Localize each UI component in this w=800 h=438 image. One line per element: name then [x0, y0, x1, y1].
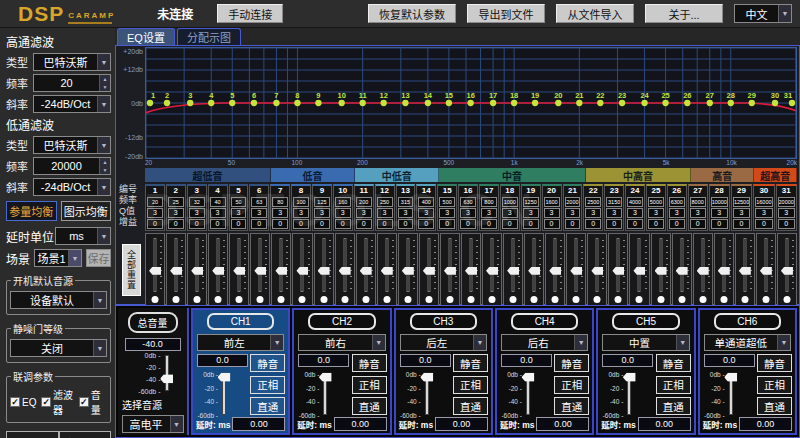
band-frequency-cell[interactable]: 3150 — [606, 197, 622, 207]
eq-band-point[interactable] — [402, 100, 408, 106]
eq-band-point[interactable] — [229, 100, 235, 106]
delay-input[interactable]: 0.00 — [638, 417, 691, 431]
delay-unit-select[interactable]: ms ▼ — [55, 227, 111, 245]
band-enable-button[interactable] — [362, 296, 369, 303]
band-frequency-cell[interactable]: 10000 — [711, 197, 728, 207]
slider-handle[interactable] — [781, 267, 793, 275]
band-gain-cell[interactable]: 0 — [778, 219, 795, 229]
band-enable-button[interactable] — [236, 296, 243, 303]
band-gain-cell[interactable]: 0 — [335, 219, 351, 229]
hpf-freq-spinner[interactable]: 20 ▲▼ — [33, 74, 111, 92]
slider-handle[interactable] — [612, 267, 624, 275]
slider-handle[interactable] — [549, 267, 561, 275]
band-q-cell[interactable]: 3 — [168, 208, 184, 218]
channel-source-select[interactable]: 单通道超低 ▼ — [704, 334, 791, 351]
band-enable-button[interactable] — [215, 296, 222, 303]
delay-input[interactable]: 0.00 — [739, 417, 792, 431]
band-enable-button[interactable] — [594, 296, 601, 303]
mute-button[interactable]: 静音 — [656, 354, 691, 372]
eq-band-point[interactable] — [532, 100, 538, 106]
channel-source-select[interactable]: 后左 ▼ — [400, 334, 487, 351]
band-frequency-cell[interactable]: 1600 — [544, 197, 560, 207]
band-gain-cell[interactable]: 0 — [377, 219, 393, 229]
band-q-cell[interactable]: 3 — [147, 208, 163, 218]
eq-graph[interactable]: 1234567891011121314151617181920212223242… — [145, 47, 797, 159]
band-frequency-cell[interactable]: 25 — [168, 197, 184, 207]
tab-eq-settings[interactable]: EQ设置 — [117, 28, 175, 45]
eq-gain-slider[interactable] — [608, 233, 628, 306]
band-enable-button[interactable] — [552, 296, 559, 303]
eq-band-point[interactable] — [662, 100, 668, 106]
band-q-cell[interactable]: 3 — [356, 208, 372, 218]
band-q-cell[interactable]: 3 — [439, 208, 455, 218]
eq-band-point[interactable] — [187, 100, 193, 106]
scene-select[interactable]: 场景1 ▼ — [34, 249, 82, 267]
band-frequency-cell[interactable]: 100 — [293, 197, 309, 207]
channel-gain-value[interactable]: 0.0 — [197, 354, 248, 367]
band-frequency-cell[interactable]: 630 — [460, 197, 476, 207]
checkbox-checked-icon[interactable]: ✓ — [41, 397, 51, 407]
master-volume-value[interactable]: -40.0 — [125, 338, 181, 351]
master-volume-slider[interactable]: 0db-20-40-60db — [137, 355, 169, 391]
manual-connect-button[interactable]: 手动连接 — [217, 4, 283, 23]
eq-gain-slider[interactable] — [356, 233, 376, 306]
band-enable-button[interactable] — [404, 296, 411, 303]
band-q-cell[interactable]: 3 — [398, 208, 414, 218]
band-gain-cell[interactable]: 0 — [544, 219, 560, 229]
band-enable-button[interactable] — [383, 296, 390, 303]
channel-gain-value[interactable]: 0.0 — [704, 354, 755, 367]
import-file-button[interactable]: 从文件导入 — [556, 4, 634, 23]
channel-button[interactable]: CH6 — [714, 313, 781, 330]
band-gain-cell[interactable]: 0 — [502, 219, 518, 229]
eq-gain-slider[interactable] — [166, 233, 186, 306]
eq-band-point[interactable] — [576, 100, 582, 106]
slider-handle[interactable] — [570, 267, 582, 275]
checkbox-checked-icon[interactable]: ✓ — [79, 397, 89, 407]
band-q-cell[interactable]: 3 — [778, 208, 795, 218]
slider-handle[interactable] — [444, 267, 456, 275]
lpf-slope-select[interactable]: -24dB/Oct ▼ — [33, 178, 111, 196]
band-frequency-cell[interactable]: 125 — [314, 197, 330, 207]
slider-handle[interactable] — [381, 267, 393, 275]
band-q-cell[interactable]: 3 — [335, 208, 351, 218]
band-q-cell[interactable]: 3 — [231, 208, 247, 218]
bypass-button[interactable]: 直通 — [656, 397, 691, 415]
eq-band-point[interactable] — [707, 100, 713, 106]
band-gain-cell[interactable]: 0 — [481, 219, 497, 229]
band-gain-cell[interactable]: 0 — [606, 219, 622, 229]
graphic-eq-button[interactable]: 图示均衡 — [61, 201, 112, 221]
band-q-cell[interactable]: 3 — [627, 208, 643, 218]
channel-gain-value[interactable]: 0.0 — [501, 354, 552, 367]
delay-input[interactable]: 0.00 — [536, 417, 589, 431]
channel-gain-value[interactable]: 0.0 — [298, 354, 349, 367]
slider-handle[interactable] — [676, 267, 688, 275]
band-enable-button[interactable] — [173, 296, 180, 303]
channel-volume-slider[interactable]: 0db-20-40-60db — [400, 374, 429, 415]
band-enable-button[interactable] — [489, 296, 496, 303]
eq-band-point[interactable] — [208, 100, 214, 106]
phase-button[interactable]: 正相 — [656, 376, 691, 394]
slider-handle[interactable] — [760, 267, 772, 275]
eq-band-point[interactable] — [147, 100, 153, 106]
band-gain-cell[interactable]: 0 — [251, 219, 267, 229]
channel-source-select[interactable]: 中置 ▼ — [602, 334, 689, 351]
slider-handle[interactable] — [191, 267, 203, 275]
band-gain-cell[interactable]: 0 — [210, 219, 226, 229]
band-enable-button[interactable] — [320, 296, 327, 303]
band-q-cell[interactable]: 3 — [293, 208, 309, 218]
band-frequency-cell[interactable]: 63 — [251, 197, 267, 207]
band-gain-cell[interactable]: 0 — [585, 219, 601, 229]
delay-input[interactable]: 0.00 — [232, 417, 285, 431]
band-gain-cell[interactable]: 0 — [669, 219, 685, 229]
eq-gain-slider[interactable] — [250, 233, 270, 306]
eq-gain-slider[interactable] — [756, 233, 776, 306]
band-gain-cell[interactable]: 0 — [523, 219, 539, 229]
eq-band-point[interactable] — [446, 100, 452, 106]
band-frequency-cell[interactable]: 16000 — [755, 197, 772, 207]
band-enable-button[interactable] — [573, 296, 580, 303]
eq-band-point[interactable] — [619, 100, 625, 106]
eq-gain-slider[interactable] — [503, 233, 523, 306]
band-q-cell[interactable]: 3 — [418, 208, 434, 218]
band-q-cell[interactable]: 3 — [523, 208, 539, 218]
eq-gain-slider[interactable] — [651, 233, 671, 306]
